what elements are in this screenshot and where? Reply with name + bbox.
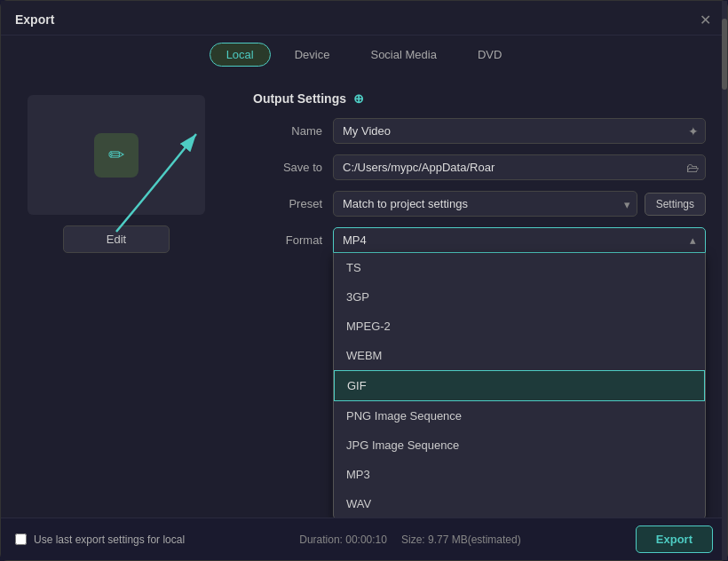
footer-info: Duration: 00:00:10 Size: 9.77 MB(estimat… xyxy=(299,533,520,546)
dropdown-item-3gp[interactable]: 3GP xyxy=(334,282,705,312)
settings-button[interactable]: Settings xyxy=(645,193,706,216)
format-dropdown: TS 3GP MPEG-2 WEBM GIF PNG Image Sequenc… xyxy=(333,253,706,518)
ai-icon: ✦ xyxy=(688,124,699,138)
main-content: ✏ Edit Output Settings xyxy=(1,77,727,518)
left-panel: ✏ Edit xyxy=(1,77,232,518)
tab-bar: Local Device Social Media DVD xyxy=(1,36,727,77)
dropdown-item-webm[interactable]: WEBM xyxy=(334,341,705,370)
last-settings-label: Use last export settings for local xyxy=(34,533,185,546)
preset-select-wrapper: Match to project settings ▾ xyxy=(333,191,637,217)
size-info: Size: 9.77 MB(estimated) xyxy=(401,533,521,546)
edit-button[interactable]: Edit xyxy=(63,225,170,253)
dropdown-item-mp3[interactable]: MP3 xyxy=(334,460,705,489)
name-input-wrapper: ✦ xyxy=(333,118,706,144)
save-to-input[interactable] xyxy=(333,154,706,180)
window-title: Export xyxy=(15,12,54,27)
folder-icon[interactable]: 🗁 xyxy=(686,161,699,175)
dropdown-item-mpeg2[interactable]: MPEG-2 xyxy=(334,312,705,341)
pencil-icon: ✏ xyxy=(108,144,124,167)
dropdown-item-png-seq[interactable]: PNG Image Sequence xyxy=(334,401,705,431)
format-select-display[interactable]: MP4 ▴ xyxy=(333,227,706,253)
info-icon: ⊕ xyxy=(353,91,364,106)
format-select-wrapper: MP4 ▴ TS 3GP MPEG-2 WEBM GIF PNG Image S… xyxy=(333,227,706,253)
save-to-input-wrapper: 🗁 xyxy=(333,154,706,180)
preset-label: Preset xyxy=(253,197,333,210)
footer-checkbox-area: Use last export settings for local xyxy=(15,533,185,546)
edit-icon-container: ✏ xyxy=(94,133,138,178)
scrollbar-track[interactable] xyxy=(722,77,727,518)
name-row: Name ✦ xyxy=(253,118,706,144)
title-bar: Export ✕ xyxy=(1,1,727,36)
section-title: Output Settings ⊕ xyxy=(253,91,706,106)
right-panel: Output Settings ⊕ Name ✦ Save to 🗁 xyxy=(232,77,727,518)
format-row: Format MP4 ▴ TS 3GP MPEG-2 WEBM GIF PNG … xyxy=(253,227,706,253)
save-to-label: Save to xyxy=(253,161,333,174)
format-chevron-icon: ▴ xyxy=(690,233,696,247)
format-label: Format xyxy=(253,227,333,247)
preset-select[interactable]: Match to project settings xyxy=(333,191,637,217)
close-button[interactable]: ✕ xyxy=(697,12,713,28)
export-button[interactable]: Export xyxy=(636,525,713,553)
tab-device[interactable]: Device xyxy=(278,43,347,67)
tab-social-media[interactable]: Social Media xyxy=(353,43,453,67)
name-input[interactable] xyxy=(333,118,706,144)
name-label: Name xyxy=(253,124,333,138)
tab-dvd[interactable]: DVD xyxy=(461,43,518,67)
dropdown-item-ts[interactable]: TS xyxy=(334,253,705,282)
dropdown-item-gif[interactable]: GIF xyxy=(334,370,705,401)
dropdown-item-jpg-seq[interactable]: JPG Image Sequence xyxy=(334,431,705,460)
save-to-row: Save to 🗁 xyxy=(253,154,706,180)
export-window: Export ✕ Local Device Social Media DVD ✏… xyxy=(0,0,728,561)
tab-local[interactable]: Local xyxy=(210,43,271,67)
last-settings-checkbox[interactable] xyxy=(15,533,27,545)
preview-box: ✏ xyxy=(28,95,205,215)
format-value: MP4 xyxy=(343,233,690,247)
dropdown-item-wav[interactable]: WAV xyxy=(334,489,705,518)
scrollbar-thumb[interactable] xyxy=(722,77,727,90)
footer: Use last export settings for local Durat… xyxy=(1,518,727,560)
preset-row: Preset Match to project settings ▾ Setti… xyxy=(253,191,706,217)
duration-info: Duration: 00:00:10 xyxy=(299,533,387,546)
